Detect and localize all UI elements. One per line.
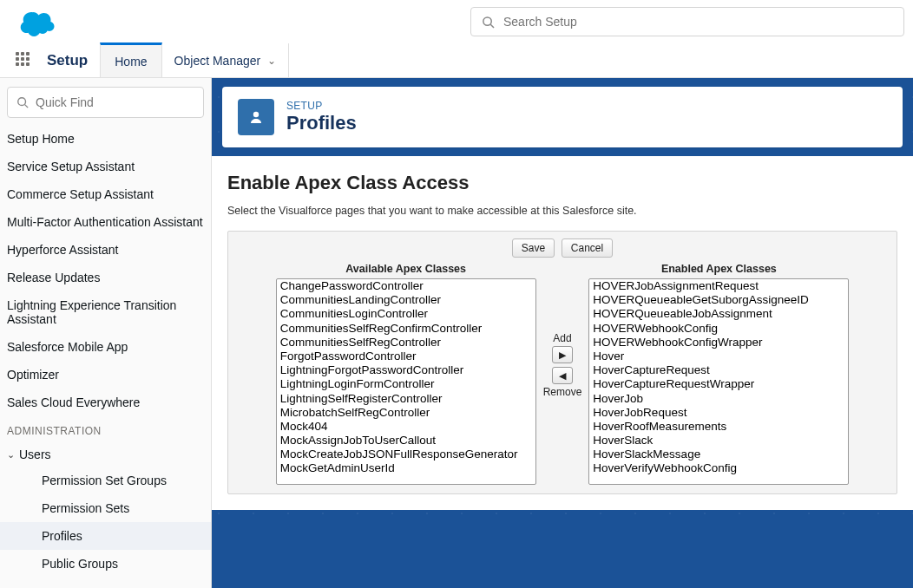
sidebar-item-sf-mobile-app[interactable]: Salesforce Mobile App bbox=[0, 333, 211, 361]
svg-line-1 bbox=[490, 24, 494, 28]
list-item[interactable]: MockGetAdminUserId bbox=[277, 461, 535, 475]
quick-find-input[interactable] bbox=[36, 95, 194, 109]
svg-line-3 bbox=[25, 105, 29, 108]
available-list[interactable]: ChangePasswordControllerCommunitiesLandi… bbox=[276, 278, 536, 485]
svg-point-0 bbox=[483, 16, 491, 24]
sidebar-item-hyperforce-assistant[interactable]: Hyperforce Assistant bbox=[0, 236, 211, 264]
global-search-input[interactable] bbox=[503, 15, 893, 29]
list-item[interactable]: HoverCaptureRequestWrapper bbox=[589, 377, 848, 391]
page-header: SETUP Profiles bbox=[222, 87, 903, 147]
sidebar-tree-users-label: Users bbox=[19, 448, 51, 461]
search-icon bbox=[16, 96, 29, 108]
list-item[interactable]: CommunitiesSelfRegController bbox=[277, 336, 535, 350]
available-label: Available Apex Classes bbox=[345, 263, 466, 275]
list-item[interactable]: HoverSlackMessage bbox=[589, 448, 848, 461]
sidebar-item-release-updates[interactable]: Release Updates bbox=[0, 264, 211, 291]
list-item[interactable]: HoverRoofMeasurements bbox=[589, 420, 848, 434]
panel-heading: Enable Apex Class Access bbox=[227, 172, 897, 194]
list-item[interactable]: MockCreateJobJSONFullResponseGenerator bbox=[277, 448, 535, 461]
remove-label: Remove bbox=[543, 386, 582, 398]
sidebar-item-permission-set-groups[interactable]: Permission Set Groups bbox=[0, 467, 211, 494]
list-item[interactable]: HoverCaptureRequest bbox=[589, 363, 848, 377]
list-item[interactable]: LightningLoginFormController bbox=[277, 377, 535, 391]
list-item[interactable]: HoverJob bbox=[589, 392, 848, 406]
app-launcher-icon[interactable] bbox=[16, 52, 33, 69]
list-item[interactable]: HOVERWebhookConfig bbox=[589, 322, 848, 336]
sidebar-section-administration: ADMINISTRATION bbox=[0, 416, 211, 442]
list-item[interactable]: Mock404 bbox=[277, 420, 535, 434]
remove-button[interactable]: ◀ bbox=[552, 367, 573, 384]
sidebar-item-public-groups[interactable]: Public Groups bbox=[0, 550, 211, 578]
svg-point-5 bbox=[253, 112, 259, 117]
tab-home[interactable]: Home bbox=[100, 42, 161, 77]
add-label: Add bbox=[553, 332, 571, 344]
sidebar-item-service-setup-assistant[interactable]: Service Setup Assistant bbox=[0, 153, 211, 180]
panel-description: Select the Visualforce pages that you wa… bbox=[227, 205, 897, 217]
list-item[interactable]: LightningSelfRegisterController bbox=[277, 392, 535, 406]
list-item[interactable]: HOVERQueueableGetSuborgAssigneeID bbox=[589, 293, 848, 307]
sidebar-item-lightning-transition[interactable]: Lightning Experience Transition Assistan… bbox=[0, 291, 211, 333]
page-title: Profiles bbox=[286, 112, 357, 134]
enabled-label: Enabled Apex Classes bbox=[661, 263, 777, 275]
sidebar-item-mfa-assistant[interactable]: Multi-Factor Authentication Assistant bbox=[0, 208, 211, 236]
list-item[interactable]: MicrobatchSelfRegController bbox=[277, 406, 535, 420]
quick-find[interactable] bbox=[7, 87, 204, 118]
page-eyebrow: SETUP bbox=[286, 100, 357, 112]
global-search[interactable] bbox=[470, 7, 904, 36]
svg-point-2 bbox=[18, 98, 26, 106]
sidebar-item-profiles[interactable]: Profiles bbox=[0, 522, 211, 550]
sidebar-item-setup-home[interactable]: Setup Home bbox=[0, 125, 211, 153]
save-button[interactable]: Save bbox=[512, 238, 555, 258]
sidebar-item-commerce-setup-assistant[interactable]: Commerce Setup Assistant bbox=[0, 180, 211, 208]
list-item[interactable]: HOVERQueueableJobAssignment bbox=[589, 307, 848, 321]
sidebar-tree-users[interactable]: ⌄ Users bbox=[0, 442, 211, 467]
tab-object-manager-label: Object Manager bbox=[174, 54, 261, 68]
nav-title: Setup bbox=[47, 52, 88, 69]
sidebar-item-permission-sets[interactable]: Permission Sets bbox=[0, 494, 211, 522]
tab-object-manager[interactable]: Object Manager ⌄ bbox=[162, 43, 290, 78]
profile-icon bbox=[238, 99, 274, 135]
list-item[interactable]: HoverJobRequest bbox=[589, 406, 848, 420]
list-item[interactable]: ChangePasswordController bbox=[277, 279, 535, 293]
list-item[interactable]: CommunitiesLoginController bbox=[277, 307, 535, 321]
add-button[interactable]: ▶ bbox=[552, 346, 573, 363]
list-item[interactable]: Hover bbox=[589, 350, 848, 363]
cancel-button[interactable]: Cancel bbox=[562, 238, 613, 258]
list-item[interactable]: LightningForgotPasswordController bbox=[277, 363, 535, 377]
salesforce-logo bbox=[16, 7, 57, 36]
list-item[interactable]: CommunitiesLandingController bbox=[277, 293, 535, 307]
chevron-down-icon: ⌄ bbox=[7, 449, 19, 461]
list-item[interactable]: HOVERJobAssignmentRequest bbox=[589, 279, 848, 293]
search-icon bbox=[482, 16, 495, 29]
list-item[interactable]: HOVERWebhookConfigWrapper bbox=[589, 336, 848, 350]
list-item[interactable]: HoverSlack bbox=[589, 434, 848, 448]
chevron-down-icon: ⌄ bbox=[267, 55, 276, 67]
sidebar-item-optimizer[interactable]: Optimizer bbox=[0, 361, 211, 389]
list-item[interactable]: HoverVerifyWebhookConfig bbox=[589, 461, 848, 475]
sidebar-item-sales-cloud-everywhere[interactable]: Sales Cloud Everywhere bbox=[0, 389, 211, 416]
list-item[interactable]: MockAssignJobToUserCallout bbox=[277, 434, 535, 448]
dual-list-box: Save Cancel Available Apex Classes Chang… bbox=[227, 231, 897, 494]
list-item[interactable]: ForgotPasswordController bbox=[277, 350, 535, 363]
list-item[interactable]: CommunitiesSelfRegConfirmController bbox=[277, 322, 535, 336]
enabled-list[interactable]: HOVERJobAssignmentRequestHOVERQueueableG… bbox=[588, 278, 849, 485]
